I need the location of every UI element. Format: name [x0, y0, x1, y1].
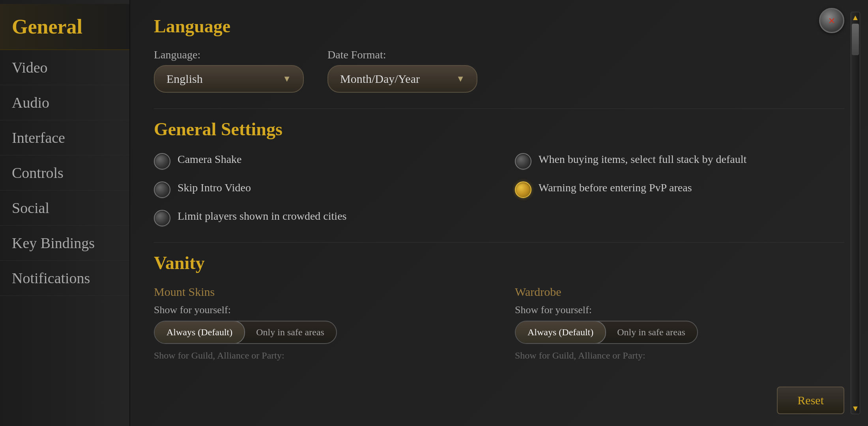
language-dropdown-arrow: ▼: [282, 74, 291, 84]
wardrobe-toggle-group: Always (Default) Only in safe areas: [515, 321, 698, 344]
reset-button[interactable]: Reset: [777, 387, 844, 414]
wardrobe-safe-btn[interactable]: Only in safe areas: [605, 321, 697, 343]
setting-pvp-warning: Warning before entering PvP areas: [515, 180, 844, 198]
settings-grid: Camera Shake Skip Intro Video Limit play…: [154, 151, 844, 226]
mount-skins-guild-label: Show for Guild, Alliance or Party:: [154, 350, 483, 361]
mount-skins-toggle-group: Always (Default) Only in safe areas: [154, 321, 337, 344]
radio-skip-intro[interactable]: [154, 181, 170, 198]
language-row: Language: English ▼ Date Format: Month/D…: [154, 49, 844, 93]
sidebar: General Video Audio Interface Controls S…: [0, 0, 130, 426]
wardrobe-guild-label: Show for Guild, Alliance or Party:: [515, 350, 844, 361]
date-format-field: Date Format: Month/Day/Year ▼: [327, 49, 477, 93]
setting-camera-shake-label: Camera Shake: [178, 151, 242, 167]
setting-full-stack: When buying items, select full stack by …: [515, 151, 844, 170]
mount-skins-show-yourself: Show for yourself:: [154, 304, 483, 316]
mount-skins-subsection: Mount Skins Show for yourself: Always (D…: [154, 285, 483, 361]
radio-pvp-warning[interactable]: [515, 181, 531, 198]
language-value: English: [166, 72, 203, 86]
scroll-up-button[interactable]: ▲: [851, 13, 859, 22]
setting-camera-shake: Camera Shake: [154, 151, 483, 170]
sidebar-item-audio[interactable]: Audio: [0, 85, 129, 120]
mount-skins-always-btn[interactable]: Always (Default): [154, 321, 245, 344]
sidebar-item-keybindings[interactable]: Key Bindings: [0, 226, 129, 261]
main-content: × ▲ ▼ Language Language: English ▼ Date …: [130, 0, 868, 426]
sidebar-item-video[interactable]: Video: [0, 50, 129, 85]
setting-limit-players-label: Limit players shown in crowded cities: [178, 208, 346, 224]
sidebar-item-interface[interactable]: Interface: [0, 120, 129, 155]
language-dropdown[interactable]: English ▼: [154, 65, 304, 93]
sidebar-item-social[interactable]: Social: [0, 191, 129, 226]
setting-limit-players: Limit players shown in crowded cities: [154, 208, 483, 226]
setting-full-stack-label: When buying items, select full stack by …: [539, 151, 746, 167]
radio-full-stack[interactable]: [515, 153, 531, 170]
setting-pvp-warning-label: Warning before entering PvP areas: [539, 180, 692, 195]
wardrobe-always-btn[interactable]: Always (Default): [515, 321, 606, 344]
scrollbar-track: ▲ ▼: [851, 12, 860, 414]
divider-2: [154, 242, 844, 243]
settings-left-col: Camera Shake Skip Intro Video Limit play…: [154, 151, 483, 226]
date-format-label: Date Format:: [327, 49, 477, 61]
close-button[interactable]: ×: [819, 8, 844, 33]
settings-right-col: When buying items, select full stack by …: [515, 151, 844, 226]
language-section: Language Language: English ▼ Date Format…: [154, 16, 844, 93]
date-format-dropdown[interactable]: Month/Day/Year ▼: [327, 65, 477, 93]
language-title: Language: [154, 16, 844, 37]
mount-skins-safe-btn[interactable]: Only in safe areas: [244, 321, 336, 343]
radio-limit-players[interactable]: [154, 210, 170, 226]
date-format-dropdown-arrow: ▼: [456, 74, 465, 84]
mount-skins-subtitle: Mount Skins: [154, 285, 483, 299]
sidebar-item-controls[interactable]: Controls: [0, 155, 129, 191]
language-field: Language: English ▼: [154, 49, 304, 93]
vanity-section: Vanity Mount Skins Show for yourself: Al…: [154, 252, 844, 361]
wardrobe-subtitle: Wardrobe: [515, 285, 844, 299]
divider-1: [154, 108, 844, 109]
language-label: Language:: [154, 49, 304, 61]
scrollbar-thumb[interactable]: [852, 24, 859, 55]
date-format-value: Month/Day/Year: [340, 72, 420, 86]
scroll-down-button[interactable]: ▼: [851, 404, 859, 413]
sidebar-item-general[interactable]: General: [0, 4, 129, 50]
wardrobe-subsection: Wardrobe Show for yourself: Always (Defa…: [515, 285, 844, 361]
radio-camera-shake[interactable]: [154, 153, 170, 170]
sidebar-item-notifications[interactable]: Notifications: [0, 261, 129, 296]
vanity-title: Vanity: [154, 252, 844, 273]
general-settings-section: General Settings Camera Shake Skip Intro…: [154, 119, 844, 226]
vanity-grid: Mount Skins Show for yourself: Always (D…: [154, 285, 844, 361]
setting-skip-intro: Skip Intro Video: [154, 180, 483, 198]
wardrobe-show-yourself: Show for yourself:: [515, 304, 844, 316]
general-settings-title: General Settings: [154, 119, 844, 140]
setting-skip-intro-label: Skip Intro Video: [178, 180, 251, 195]
